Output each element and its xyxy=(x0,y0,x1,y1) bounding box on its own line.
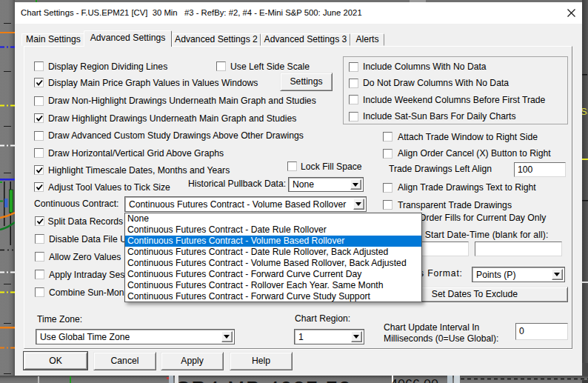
svg-text:SS: SS xyxy=(582,106,588,117)
